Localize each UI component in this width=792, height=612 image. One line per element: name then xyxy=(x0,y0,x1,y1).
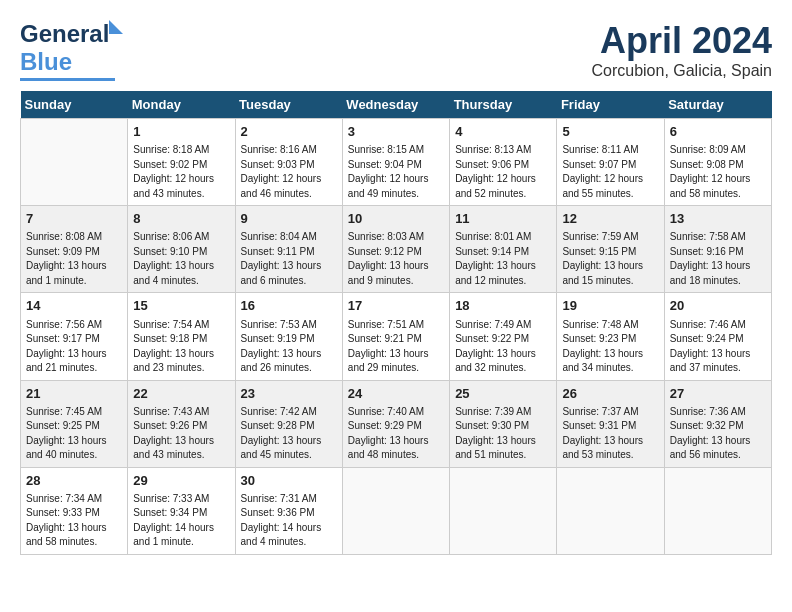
day-cell-22: 22Sunrise: 7:43 AM Sunset: 9:26 PM Dayli… xyxy=(128,380,235,467)
title-area: April 2024 Corcubion, Galicia, Spain xyxy=(591,20,772,80)
day-info-24: Sunrise: 7:40 AM Sunset: 9:29 PM Dayligh… xyxy=(348,405,444,463)
day-number-17: 17 xyxy=(348,297,444,315)
header-wednesday: Wednesday xyxy=(342,91,449,119)
day-cell-8: 8Sunrise: 8:06 AM Sunset: 9:10 PM Daylig… xyxy=(128,206,235,293)
day-info-22: Sunrise: 7:43 AM Sunset: 9:26 PM Dayligh… xyxy=(133,405,229,463)
day-number-2: 2 xyxy=(241,123,337,141)
day-number-19: 19 xyxy=(562,297,658,315)
day-cell-21: 21Sunrise: 7:45 AM Sunset: 9:25 PM Dayli… xyxy=(21,380,128,467)
day-info-2: Sunrise: 8:16 AM Sunset: 9:03 PM Dayligh… xyxy=(241,143,337,201)
day-info-3: Sunrise: 8:15 AM Sunset: 9:04 PM Dayligh… xyxy=(348,143,444,201)
day-info-21: Sunrise: 7:45 AM Sunset: 9:25 PM Dayligh… xyxy=(26,405,122,463)
day-cell-23: 23Sunrise: 7:42 AM Sunset: 9:28 PM Dayli… xyxy=(235,380,342,467)
day-cell-16: 16Sunrise: 7:53 AM Sunset: 9:19 PM Dayli… xyxy=(235,293,342,380)
day-cell-19: 19Sunrise: 7:48 AM Sunset: 9:23 PM Dayli… xyxy=(557,293,664,380)
day-info-30: Sunrise: 7:31 AM Sunset: 9:36 PM Dayligh… xyxy=(241,492,337,550)
day-cell-12: 12Sunrise: 7:59 AM Sunset: 9:15 PM Dayli… xyxy=(557,206,664,293)
empty-cell xyxy=(450,467,557,554)
header: General Blue April 2024 Corcubion, Galic… xyxy=(20,20,772,81)
day-cell-27: 27Sunrise: 7:36 AM Sunset: 9:32 PM Dayli… xyxy=(664,380,771,467)
day-cell-10: 10Sunrise: 8:03 AM Sunset: 9:12 PM Dayli… xyxy=(342,206,449,293)
day-cell-4: 4Sunrise: 8:13 AM Sunset: 9:06 PM Daylig… xyxy=(450,119,557,206)
day-number-4: 4 xyxy=(455,123,551,141)
day-info-19: Sunrise: 7:48 AM Sunset: 9:23 PM Dayligh… xyxy=(562,318,658,376)
header-tuesday: Tuesday xyxy=(235,91,342,119)
day-cell-29: 29Sunrise: 7:33 AM Sunset: 9:34 PM Dayli… xyxy=(128,467,235,554)
day-info-14: Sunrise: 7:56 AM Sunset: 9:17 PM Dayligh… xyxy=(26,318,122,376)
day-cell-7: 7Sunrise: 8:08 AM Sunset: 9:09 PM Daylig… xyxy=(21,206,128,293)
day-info-1: Sunrise: 8:18 AM Sunset: 9:02 PM Dayligh… xyxy=(133,143,229,201)
day-number-3: 3 xyxy=(348,123,444,141)
day-number-16: 16 xyxy=(241,297,337,315)
day-info-25: Sunrise: 7:39 AM Sunset: 9:30 PM Dayligh… xyxy=(455,405,551,463)
day-info-28: Sunrise: 7:34 AM Sunset: 9:33 PM Dayligh… xyxy=(26,492,122,550)
header-monday: Monday xyxy=(128,91,235,119)
day-number-15: 15 xyxy=(133,297,229,315)
day-number-30: 30 xyxy=(241,472,337,490)
day-number-22: 22 xyxy=(133,385,229,403)
day-number-20: 20 xyxy=(670,297,766,315)
day-cell-6: 6Sunrise: 8:09 AM Sunset: 9:08 PM Daylig… xyxy=(664,119,771,206)
header-friday: Friday xyxy=(557,91,664,119)
day-cell-24: 24Sunrise: 7:40 AM Sunset: 9:29 PM Dayli… xyxy=(342,380,449,467)
day-info-15: Sunrise: 7:54 AM Sunset: 9:18 PM Dayligh… xyxy=(133,318,229,376)
day-info-26: Sunrise: 7:37 AM Sunset: 9:31 PM Dayligh… xyxy=(562,405,658,463)
day-number-1: 1 xyxy=(133,123,229,141)
empty-cell xyxy=(557,467,664,554)
day-number-21: 21 xyxy=(26,385,122,403)
day-number-11: 11 xyxy=(455,210,551,228)
day-cell-20: 20Sunrise: 7:46 AM Sunset: 9:24 PM Dayli… xyxy=(664,293,771,380)
day-number-14: 14 xyxy=(26,297,122,315)
day-number-12: 12 xyxy=(562,210,658,228)
day-info-10: Sunrise: 8:03 AM Sunset: 9:12 PM Dayligh… xyxy=(348,230,444,288)
day-number-29: 29 xyxy=(133,472,229,490)
day-cell-14: 14Sunrise: 7:56 AM Sunset: 9:17 PM Dayli… xyxy=(21,293,128,380)
header-thursday: Thursday xyxy=(450,91,557,119)
day-number-28: 28 xyxy=(26,472,122,490)
location-title: Corcubion, Galicia, Spain xyxy=(591,62,772,80)
day-cell-11: 11Sunrise: 8:01 AM Sunset: 9:14 PM Dayli… xyxy=(450,206,557,293)
empty-cell xyxy=(342,467,449,554)
day-number-13: 13 xyxy=(670,210,766,228)
empty-cell xyxy=(664,467,771,554)
day-info-13: Sunrise: 7:58 AM Sunset: 9:16 PM Dayligh… xyxy=(670,230,766,288)
day-number-6: 6 xyxy=(670,123,766,141)
day-info-7: Sunrise: 8:08 AM Sunset: 9:09 PM Dayligh… xyxy=(26,230,122,288)
day-number-25: 25 xyxy=(455,385,551,403)
day-cell-30: 30Sunrise: 7:31 AM Sunset: 9:36 PM Dayli… xyxy=(235,467,342,554)
logo: General Blue xyxy=(20,20,115,81)
day-cell-5: 5Sunrise: 8:11 AM Sunset: 9:07 PM Daylig… xyxy=(557,119,664,206)
day-cell-26: 26Sunrise: 7:37 AM Sunset: 9:31 PM Dayli… xyxy=(557,380,664,467)
day-info-5: Sunrise: 8:11 AM Sunset: 9:07 PM Dayligh… xyxy=(562,143,658,201)
header-sunday: Sunday xyxy=(21,91,128,119)
day-number-10: 10 xyxy=(348,210,444,228)
day-number-18: 18 xyxy=(455,297,551,315)
day-info-12: Sunrise: 7:59 AM Sunset: 9:15 PM Dayligh… xyxy=(562,230,658,288)
day-info-18: Sunrise: 7:49 AM Sunset: 9:22 PM Dayligh… xyxy=(455,318,551,376)
day-info-23: Sunrise: 7:42 AM Sunset: 9:28 PM Dayligh… xyxy=(241,405,337,463)
day-number-9: 9 xyxy=(241,210,337,228)
logo-general: General xyxy=(20,20,109,47)
header-saturday: Saturday xyxy=(664,91,771,119)
day-cell-25: 25Sunrise: 7:39 AM Sunset: 9:30 PM Dayli… xyxy=(450,380,557,467)
day-cell-13: 13Sunrise: 7:58 AM Sunset: 9:16 PM Dayli… xyxy=(664,206,771,293)
month-title: April 2024 xyxy=(591,20,772,62)
logo-blue: Blue xyxy=(20,48,72,76)
day-info-27: Sunrise: 7:36 AM Sunset: 9:32 PM Dayligh… xyxy=(670,405,766,463)
day-info-20: Sunrise: 7:46 AM Sunset: 9:24 PM Dayligh… xyxy=(670,318,766,376)
day-cell-2: 2Sunrise: 8:16 AM Sunset: 9:03 PM Daylig… xyxy=(235,119,342,206)
day-info-8: Sunrise: 8:06 AM Sunset: 9:10 PM Dayligh… xyxy=(133,230,229,288)
day-info-6: Sunrise: 8:09 AM Sunset: 9:08 PM Dayligh… xyxy=(670,143,766,201)
day-number-24: 24 xyxy=(348,385,444,403)
day-number-23: 23 xyxy=(241,385,337,403)
empty-cell xyxy=(21,119,128,206)
day-info-4: Sunrise: 8:13 AM Sunset: 9:06 PM Dayligh… xyxy=(455,143,551,201)
day-cell-17: 17Sunrise: 7:51 AM Sunset: 9:21 PM Dayli… xyxy=(342,293,449,380)
day-info-16: Sunrise: 7:53 AM Sunset: 9:19 PM Dayligh… xyxy=(241,318,337,376)
day-info-29: Sunrise: 7:33 AM Sunset: 9:34 PM Dayligh… xyxy=(133,492,229,550)
day-number-26: 26 xyxy=(562,385,658,403)
day-cell-3: 3Sunrise: 8:15 AM Sunset: 9:04 PM Daylig… xyxy=(342,119,449,206)
header-row: SundayMondayTuesdayWednesdayThursdayFrid… xyxy=(21,91,772,119)
day-number-27: 27 xyxy=(670,385,766,403)
day-cell-9: 9Sunrise: 8:04 AM Sunset: 9:11 PM Daylig… xyxy=(235,206,342,293)
